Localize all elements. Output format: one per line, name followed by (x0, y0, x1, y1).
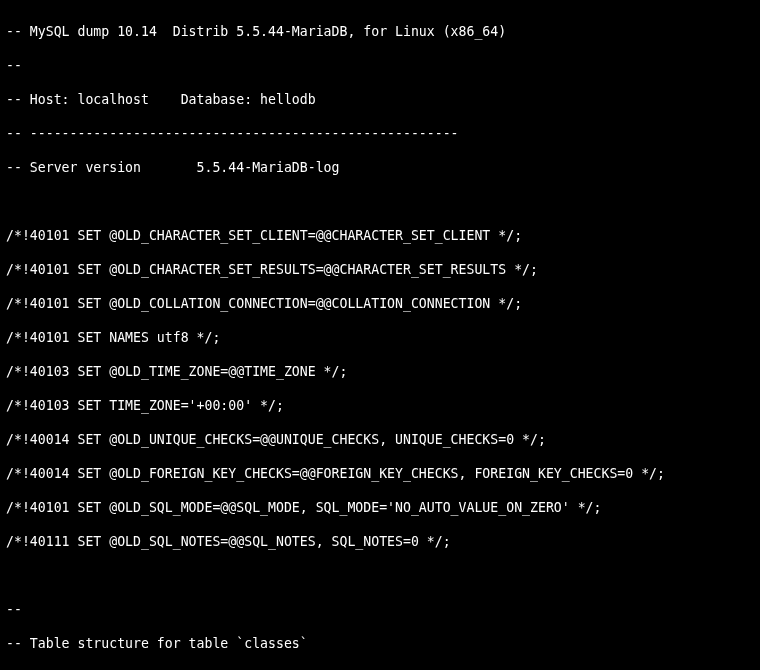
host-db-line: -- Host: localhost Database: hellodb (6, 91, 754, 108)
set-directive-line: /*!40101 SET @OLD_SQL_MODE=@@SQL_MODE, S… (6, 499, 754, 516)
set-directive-line: /*!40101 SET NAMES utf8 */; (6, 329, 754, 346)
comment-line: -- (6, 601, 754, 618)
server-version-line: -- Server version 5.5.44-MariaDB-log (6, 159, 754, 176)
set-directive-line: /*!40103 SET @OLD_TIME_ZONE=@@TIME_ZONE … (6, 363, 754, 380)
set-directive-line: /*!40014 SET @OLD_UNIQUE_CHECKS=@@UNIQUE… (6, 431, 754, 448)
blank-line (6, 567, 754, 584)
blank-line (6, 193, 754, 210)
set-directive-line: /*!40103 SET TIME_ZONE='+00:00' */; (6, 397, 754, 414)
dump-header-line: -- MySQL dump 10.14 Distrib 5.5.44-Maria… (6, 23, 754, 40)
separator-line: -- -------------------------------------… (6, 125, 754, 142)
set-directive-line: /*!40101 SET @OLD_CHARACTER_SET_CLIENT=@… (6, 227, 754, 244)
terminal-output: -- MySQL dump 10.14 Distrib 5.5.44-Maria… (0, 0, 760, 670)
comment-line: -- (6, 57, 754, 74)
set-directive-line: /*!40101 SET @OLD_COLLATION_CONNECTION=@… (6, 295, 754, 312)
set-directive-line: /*!40014 SET @OLD_FOREIGN_KEY_CHECKS=@@F… (6, 465, 754, 482)
set-directive-line: /*!40111 SET @OLD_SQL_NOTES=@@SQL_NOTES,… (6, 533, 754, 550)
table-structure-comment: -- Table structure for table `classes` (6, 635, 754, 652)
set-directive-line: /*!40101 SET @OLD_CHARACTER_SET_RESULTS=… (6, 261, 754, 278)
